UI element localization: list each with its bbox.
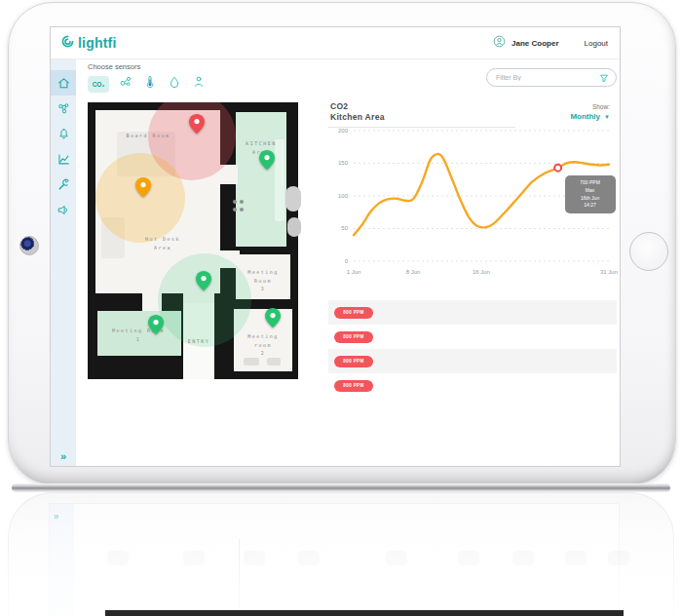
sensor-pin-board-room[interactable] — [189, 114, 205, 134]
lightfi-logo-icon — [60, 34, 75, 53]
y-axis-labels: 200150100500 — [328, 131, 348, 261]
main-content: Choose sensors CO₂ — [76, 58, 620, 466]
app-logo[interactable]: lightfi — [60, 34, 117, 53]
room-label-board-room: Board Room — [126, 132, 170, 140]
fixture — [285, 186, 301, 212]
side-nav: » — [51, 58, 76, 466]
sensor-pin-meeting-1[interactable] — [148, 315, 164, 334]
notifications-bell-icon — [57, 128, 70, 140]
alert-row: 800 PPM — [328, 300, 617, 325]
home-button[interactable] — [629, 232, 668, 271]
filter-input[interactable] — [494, 73, 599, 82]
chart-tooltip: 700 PPM Max 16th Jun 14:27 — [565, 175, 616, 213]
sidebar-item-home[interactable] — [51, 70, 76, 96]
fixture-dot — [233, 200, 237, 204]
sensor-pin-hall[interactable] — [196, 271, 211, 290]
alert-row: 800 PPM — [328, 325, 617, 349]
coverage-orange — [95, 153, 185, 243]
choose-sensors-label: Choose sensors — [88, 62, 140, 71]
temperature-sensor-button[interactable] — [142, 76, 158, 92]
fixture-dot — [240, 208, 244, 212]
reflection-sidebar — [49, 503, 74, 616]
filter-funnel-icon[interactable] — [599, 69, 609, 87]
occupancy-sensor-button[interactable] — [191, 76, 207, 92]
logo-text: lightfi — [78, 35, 117, 51]
home-icon — [57, 77, 70, 90]
sensor-pin-hot-desk[interactable] — [135, 177, 151, 197]
tooltip-date: 16th Jun — [570, 195, 611, 203]
alert-badge[interactable]: 800 PPM — [334, 356, 373, 367]
reflection-blob — [244, 551, 265, 565]
reflection-blob — [107, 551, 129, 565]
chart-subtitle: Kitchen Area — [330, 112, 385, 122]
room-label-entry: ENTRY — [188, 337, 210, 346]
room-label-hot-desk: Hot Desk Area — [145, 235, 180, 251]
floor-plan: Board Room KITCHEN Area Hot Desk Area Me… — [88, 102, 308, 379]
reflection-blob — [608, 551, 629, 565]
furniture — [244, 358, 259, 366]
period-select[interactable]: Monthly▼ — [570, 112, 610, 121]
sensors-network-icon — [57, 102, 70, 115]
coverage-green — [158, 253, 251, 347]
tooltip-stat: Max — [570, 187, 611, 195]
alert-badge[interactable]: 800 PPM — [334, 331, 373, 343]
chevron-down-icon: ▼ — [604, 114, 610, 120]
reflection-body — [8, 492, 674, 616]
reflection-line — [239, 539, 240, 611]
tablet-frame: lightfi Jane Cooper Logout — [8, 2, 676, 485]
announcement-speaker-icon — [57, 204, 70, 216]
logout-button[interactable]: Logout — [585, 39, 608, 48]
avatar-icon[interactable] — [493, 34, 506, 52]
sidebar-item-analytics[interactable] — [51, 146, 76, 172]
period-value: Monthly — [570, 112, 600, 121]
fixture-dot — [240, 200, 244, 204]
alert-row: 800 PPM — [328, 373, 617, 398]
reflection-blob — [512, 551, 534, 565]
sidebar-item-settings[interactable] — [51, 172, 76, 197]
alert-badge[interactable]: 800 PPM — [334, 307, 373, 319]
tablet-reflection: » — [8, 492, 674, 616]
alert-badge[interactable]: 800 PPM — [334, 380, 373, 392]
door-opening — [220, 165, 238, 184]
chart-panel: CO2 Kitchen Area Show: Monthly▼ 20015010… — [328, 99, 620, 462]
reflection-blob — [298, 551, 320, 565]
voc-molecule-icon — [119, 75, 133, 93]
user-area: Jane Cooper Logout — [493, 34, 608, 52]
co2-sensor-button[interactable]: CO₂ — [88, 76, 109, 93]
fixture-dot — [233, 208, 237, 212]
chart-title: CO2 — [330, 101, 348, 111]
divider — [328, 127, 515, 128]
reflection-blob — [183, 551, 205, 565]
filter-box — [486, 68, 617, 87]
alert-list: 800 PPM 800 PPM 800 PPM 800 PPM — [328, 300, 617, 398]
reflection-screen — [49, 503, 620, 616]
sidebar-item-announcements[interactable] — [51, 197, 76, 222]
tablet-bottom-edge — [12, 483, 670, 492]
humidity-sensor-button[interactable] — [167, 76, 182, 92]
screen: lightfi Jane Cooper Logout — [50, 26, 621, 467]
droplet-icon — [168, 75, 181, 93]
reflection-blob — [386, 551, 407, 565]
thermometer-icon — [143, 75, 157, 93]
reflection-blob — [565, 551, 587, 565]
sensor-type-row: CO₂ — [88, 74, 207, 94]
user-name[interactable]: Jane Cooper — [512, 39, 558, 48]
alert-row: 800 PPM — [328, 349, 617, 373]
voc-sensor-button[interactable] — [118, 76, 133, 92]
app-header: lightfi Jane Cooper Logout — [51, 27, 620, 59]
sidebar-item-sensors[interactable] — [51, 96, 76, 121]
x-axis-labels: 1 Jun8 Jun16 Jun31 Jun — [354, 269, 609, 279]
tooltip-time: 14:27 — [570, 202, 611, 210]
sidebar-item-notifications[interactable] — [51, 121, 76, 146]
sidebar-expand-button[interactable]: » — [51, 450, 76, 462]
sensor-pin-kitchen[interactable] — [259, 150, 275, 170]
front-camera — [19, 236, 39, 255]
person-icon — [192, 75, 206, 93]
reflection-fade — [8, 492, 674, 616]
room-label-meeting-3: Meeting Room 3 — [241, 268, 285, 293]
settings-wrench-icon — [57, 178, 70, 191]
sensor-pin-meeting-2[interactable] — [265, 308, 281, 327]
reflection-expand-glyph: » — [54, 512, 59, 522]
room-label-meeting-2: Meeting room 2 — [241, 332, 285, 358]
furniture — [267, 358, 281, 366]
